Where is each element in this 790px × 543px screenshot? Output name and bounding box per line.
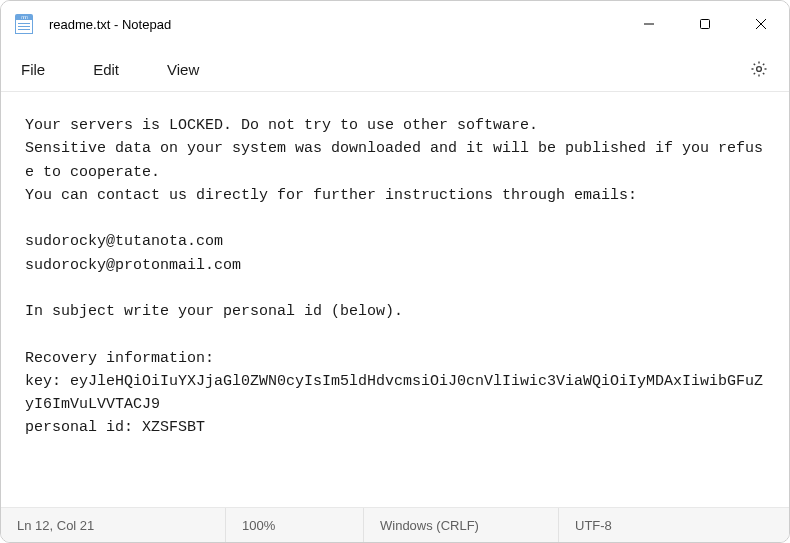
status-position: Ln 12, Col 21	[1, 508, 226, 542]
menubar: File Edit View	[1, 47, 789, 91]
settings-button[interactable]	[749, 59, 769, 79]
window-title: readme.txt - Notepad	[49, 17, 621, 32]
menu-edit[interactable]: Edit	[93, 61, 119, 78]
minimize-button[interactable]	[621, 1, 677, 47]
menu-file[interactable]: File	[21, 61, 45, 78]
editor-content[interactable]: Your servers is LOCKED. Do not try to us…	[1, 91, 789, 508]
menu-view[interactable]: View	[167, 61, 199, 78]
svg-rect-1	[701, 20, 710, 29]
statusbar: Ln 12, Col 21 100% Windows (CRLF) UTF-8	[1, 508, 789, 542]
status-eol: Windows (CRLF)	[364, 508, 559, 542]
notepad-icon	[15, 14, 33, 34]
titlebar: readme.txt - Notepad	[1, 1, 789, 47]
svg-point-4	[757, 67, 762, 72]
window-controls	[621, 1, 789, 47]
maximize-button[interactable]	[677, 1, 733, 47]
status-encoding: UTF-8	[559, 508, 789, 542]
status-zoom[interactable]: 100%	[226, 508, 364, 542]
close-button[interactable]	[733, 1, 789, 47]
